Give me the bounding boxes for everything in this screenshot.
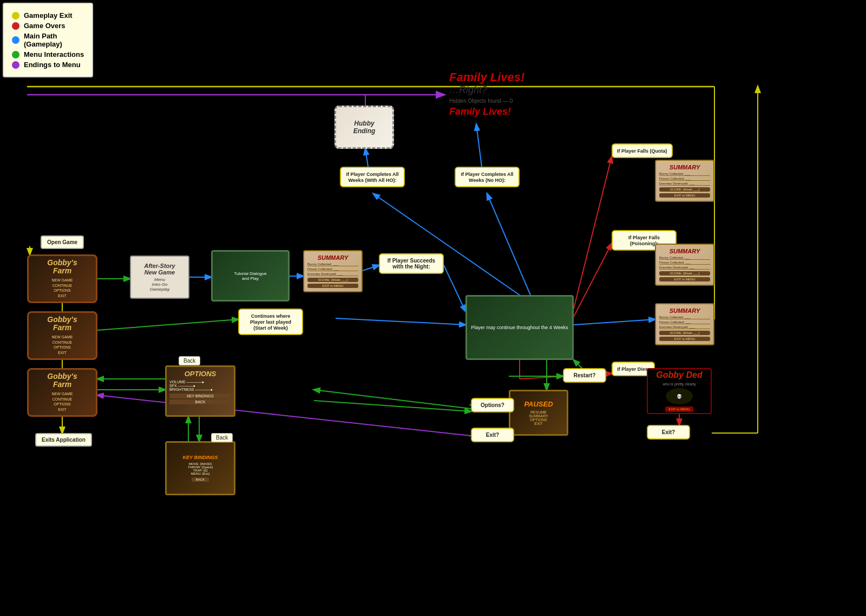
central-gameplay: Player may continue throughout the 4 Wee… <box>465 295 574 360</box>
svg-line-17 <box>574 319 655 325</box>
svg-line-33 <box>314 401 471 411</box>
back-label-1: Back <box>179 356 200 365</box>
legend-item-menu-interactions: Menu Interactions <box>12 50 84 58</box>
legend-dot-green <box>12 51 19 58</box>
legend: Gameplay Exit Game Overs Main Path(Gamep… <box>3 3 93 77</box>
legend-item-endings: Endings to Menu <box>12 61 84 69</box>
svg-line-35 <box>97 395 471 436</box>
main-menu-2: Gobby'sFarm NEW GAMECONTINUEOPTIONSEXIT <box>27 311 97 360</box>
svg-line-13 <box>476 124 482 167</box>
exit-question: Exit? <box>471 428 514 442</box>
svg-line-16 <box>574 244 612 317</box>
flow-arrows <box>0 0 866 616</box>
if-completes-all-ho: If Player Completes All Weeks (With All … <box>340 167 405 187</box>
legend-item-game-overs: Game Overs <box>12 22 84 30</box>
svg-line-32 <box>314 390 471 409</box>
continues-label: Continues where Player last played (Star… <box>238 309 303 335</box>
legend-label-gameplay-exit: Gameplay Exit <box>24 11 73 19</box>
legend-label-menu-interactions: Menu Interactions <box>24 50 84 58</box>
pause-screen: PAUSED RESUME SUMMARY OPTIONS EXIT <box>509 390 568 436</box>
tutorial-book: After-StoryNew Game MenuIntro GoGameplay <box>130 255 189 299</box>
night-summary-1: SUMMARY Bunny Collected: ___ Poison Coll… <box>303 250 363 292</box>
svg-line-15 <box>574 157 612 309</box>
svg-line-10 <box>373 194 520 295</box>
legend-dot-yellow <box>12 12 19 19</box>
options-question: Options? <box>471 398 514 412</box>
summary-quota-fail: SUMMARY Bunny Collected: ___ Poison Coll… <box>655 160 714 202</box>
legend-dot-blue <box>12 36 19 44</box>
legend-label-game-overs: Game Overs <box>24 22 65 30</box>
legend-dot-red <box>12 22 19 30</box>
options-screen: OPTIONS VOLUME ————● SFX ————● BRIGHTNES… <box>165 365 235 417</box>
summary-normal: SUMMARY Bunny Collected: ___ Poison Coll… <box>655 303 714 345</box>
svg-line-12 <box>365 149 368 167</box>
death-screen: Gobby Ded who is pretty clearly 💀 EXIT t… <box>647 368 712 414</box>
if-player-succeeds: If Player Succeeds with the Night: <box>379 253 444 274</box>
legend-item-main-path: Main Path(Gameplay) <box>12 32 84 48</box>
legend-dot-purple <box>12 61 19 69</box>
svg-line-9 <box>336 318 465 325</box>
restart-question: Restart? <box>563 368 606 383</box>
svg-line-8 <box>97 319 238 330</box>
summary-poison-fail: SUMMARY Bunny Collected: ___ Poison Coll… <box>655 244 714 286</box>
main-menu-1: Gobby'sFarm NEW GAMECONTINUEOPTIONSEXIT <box>27 254 97 303</box>
svg-line-6 <box>363 265 379 271</box>
back-label-2: Back <box>211 433 233 442</box>
main-menu-3: Gobby'sFarm NEW GAMECONTINUEOPTIONSEXIT <box>27 368 97 417</box>
exits-application-label: Exits Application <box>35 433 92 447</box>
svg-line-7 <box>444 265 465 311</box>
legend-label-endings: Endings to Menu <box>24 61 81 69</box>
if-completes-no-ho: If Player Completes All Weeks (No HO): <box>455 167 520 187</box>
legend-label-main-path: Main Path(Gameplay) <box>24 32 62 48</box>
open-game-label: Open Game <box>41 235 84 249</box>
tutorial-gameplay: Tutorial Dialogueand Play <box>211 250 290 302</box>
family-lives-1: Family Lives! …Right? Hidden Objects fou… <box>449 70 524 117</box>
keybind-screen: KEY BINDINGS MOVE: [WASD] THROW: [Space]… <box>165 441 235 495</box>
happy-ending-book: HubbyEnding <box>334 106 394 149</box>
if-falls-quota: If Player Falls (Quota) <box>612 143 673 158</box>
svg-line-11 <box>487 194 530 295</box>
exit-death-question: Exit? <box>647 425 690 440</box>
legend-item-gameplay-exit: Gameplay Exit <box>12 11 84 19</box>
